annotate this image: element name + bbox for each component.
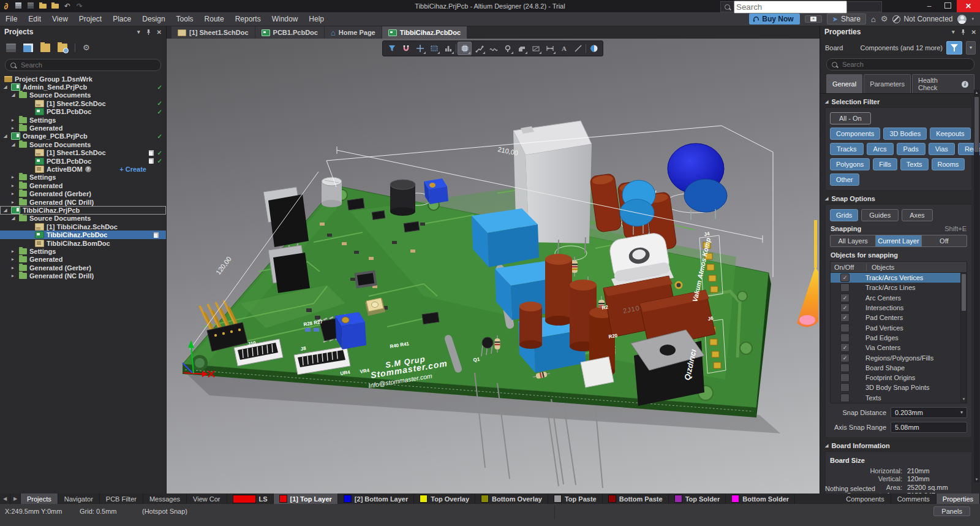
- line-icon[interactable]: [571, 42, 584, 55]
- panel-tab-components[interactable]: Components: [840, 494, 891, 504]
- caret-collapsed-icon[interactable]: ▸: [12, 273, 18, 278]
- minimize-button[interactable]: –: [920, 0, 938, 12]
- snap-off-button[interactable]: Off: [922, 235, 967, 246]
- snap-row[interactable]: ✓Pad Centers: [831, 313, 960, 322]
- area-select-icon[interactable]: [428, 42, 440, 55]
- filter-fills-button[interactable]: Fills: [873, 158, 897, 170]
- open-project-icon[interactable]: [49, 0, 61, 12]
- save-project-icon[interactable]: [6, 44, 16, 52]
- snap-row[interactable]: Board Shape: [831, 363, 960, 373]
- snap-row[interactable]: Pad Vertices: [831, 322, 960, 332]
- snap-row[interactable]: Texts: [831, 393, 960, 403]
- snapping-magnet-icon[interactable]: [399, 42, 412, 55]
- projects-search-input[interactable]: [20, 61, 156, 69]
- caret-collapsed-icon[interactable]: ▸: [12, 126, 18, 131]
- caret-collapsed-icon[interactable]: ▸: [12, 200, 18, 205]
- menu-project[interactable]: Project: [74, 12, 107, 26]
- snap-current-layer-button[interactable]: Current Layer: [876, 235, 921, 246]
- open-icon[interactable]: [37, 0, 49, 12]
- tree-item-doc[interactable]: PCB1.PcbDoc✓: [0, 157, 166, 165]
- 3d-view-icon[interactable]: [587, 42, 600, 55]
- filter-vias-button[interactable]: Vias: [929, 143, 955, 155]
- tabs-scroll-right-icon[interactable]: ▶: [10, 494, 21, 504]
- caret-collapsed-icon[interactable]: ▸: [12, 183, 18, 188]
- snap-row[interactable]: ✓Intersections: [831, 303, 960, 313]
- snap-row[interactable]: ✓Regions/Polygons/Fills: [831, 353, 960, 362]
- pin-icon[interactable]: [146, 29, 151, 35]
- tree-item-doc[interactable]: TibbiCihaz.BomDoc: [0, 239, 166, 247]
- comment-button[interactable]: +: [805, 15, 822, 23]
- tree-item-folder[interactable]: ▸Settings: [0, 116, 166, 124]
- filter-3dbodies-button[interactable]: 3D Bodies: [883, 128, 927, 140]
- global-search-box[interactable]: [720, 1, 882, 12]
- all-on-button[interactable]: All - On: [830, 112, 871, 124]
- tree-item-folder[interactable]: ▸Settings: [0, 173, 166, 181]
- layer-tab-top-solder[interactable]: Top Solder: [669, 494, 726, 504]
- share-button[interactable]: ➤Share: [827, 13, 866, 25]
- properties-scrollbar[interactable]: ▴▾: [974, 90, 979, 482]
- checkbox[interactable]: [840, 283, 850, 292]
- avatar[interactable]: [957, 15, 967, 24]
- tree-item-folder[interactable]: ◢Source Documents: [0, 215, 166, 223]
- snap-row[interactable]: ✓Arc Centers: [831, 293, 960, 303]
- snap-axes-button[interactable]: Axes: [902, 209, 932, 221]
- filter-arcs-button[interactable]: Arcs: [867, 143, 894, 155]
- caret-expanded-icon[interactable]: ◢: [12, 142, 18, 147]
- caret-collapsed-icon[interactable]: ▸: [12, 257, 18, 262]
- black-capacitor[interactable]: [390, 180, 415, 216]
- tree-item-folder[interactable]: ◢Source Documents: [0, 140, 166, 148]
- snap-row[interactable]: 3D Body Snap Points: [831, 383, 960, 392]
- buy-now-button[interactable]: Buy Now: [749, 13, 799, 25]
- projects-search-box[interactable]: [5, 59, 161, 71]
- caret-expanded-icon[interactable]: ◢: [12, 216, 18, 221]
- tree-item-folder[interactable]: ▸Generated (NC Drill): [0, 198, 166, 206]
- doc-tab-tibbicihaz[interactable]: TibbiCihaz.PcbDoc: [382, 26, 467, 39]
- panel-dropdown-icon[interactable]: ▾: [952, 29, 955, 35]
- help-icon[interactable]: ?: [85, 166, 91, 172]
- checkbox[interactable]: [840, 383, 850, 392]
- polygon-pour-icon[interactable]: [515, 42, 528, 55]
- route-icon[interactable]: [473, 42, 486, 55]
- pcb-3d-viewport[interactable]: AC 230V 2J104J: [167, 39, 820, 494]
- checkbox-checked[interactable]: ✓: [840, 313, 850, 322]
- menu-window[interactable]: Window: [266, 12, 304, 26]
- checkbox[interactable]: [840, 373, 850, 382]
- connection-status[interactable]: Not Connected: [892, 15, 952, 23]
- pin-icon[interactable]: [960, 29, 966, 35]
- caret-collapsed-icon[interactable]: ▸: [12, 175, 18, 180]
- differential-pairs-icon[interactable]: [487, 42, 500, 55]
- tree-item-folder[interactable]: ▸Generated (Gerber): [0, 264, 166, 272]
- layer-sets-button[interactable]: LS: [227, 494, 274, 504]
- checkbox-checked[interactable]: ✓: [840, 354, 850, 362]
- tree-item-folder[interactable]: ◢Source Documents: [0, 91, 166, 99]
- undo-icon[interactable]: ↶: [61, 0, 74, 12]
- layer-tab-bottom-overlay[interactable]: Bottom Overlay: [475, 494, 548, 504]
- layer-tab-top-paste[interactable]: Top Paste: [548, 494, 603, 504]
- layer-tab-bottom-layer[interactable]: [2] Bottom Layer: [338, 494, 414, 504]
- table-scrollbar[interactable]: ▾: [960, 273, 967, 403]
- tab-health-check[interactable]: Health Checki: [912, 74, 974, 93]
- tree-item-doc[interactable]: [1] Sheet2.SchDoc✓: [0, 99, 166, 107]
- close-button[interactable]: ✕: [957, 0, 980, 12]
- via-icon[interactable]: [501, 42, 514, 55]
- filter-dropdown-button[interactable]: ▾: [966, 41, 976, 55]
- filter-components-button[interactable]: Components: [830, 128, 880, 140]
- panel-tab-viewconfig[interactable]: View Cor: [187, 494, 227, 504]
- tree-item-folder[interactable]: ▸Generated: [0, 256, 166, 264]
- tree-item-activebom[interactable]: ActiveBOM?+ Create: [0, 165, 166, 173]
- panel-tab-navigator[interactable]: Navigator: [58, 494, 100, 504]
- gear-icon[interactable]: ⚙: [881, 15, 888, 23]
- tree-item-workspace[interactable]: Project Group 1.DsnWrk: [0, 75, 166, 83]
- panel-tab-pcbfilter[interactable]: PCB Filter: [100, 494, 143, 504]
- checkbox-checked[interactable]: ✓: [840, 343, 850, 352]
- text-icon[interactable]: A: [557, 42, 570, 55]
- menu-help[interactable]: Help: [303, 12, 330, 26]
- tab-general[interactable]: General: [826, 74, 862, 93]
- snap-row[interactable]: Track/Arcs Lines: [831, 283, 960, 292]
- panels-button[interactable]: Panels: [933, 506, 970, 516]
- panel-close-icon[interactable]: ✕: [157, 29, 162, 36]
- tree-item-folder[interactable]: ▸Generated: [0, 124, 166, 132]
- maximize-button[interactable]: [938, 0, 957, 12]
- axis-snap-range-input[interactable]: 5.08mm: [891, 422, 967, 433]
- filter-pads-button[interactable]: Pads: [897, 143, 925, 155]
